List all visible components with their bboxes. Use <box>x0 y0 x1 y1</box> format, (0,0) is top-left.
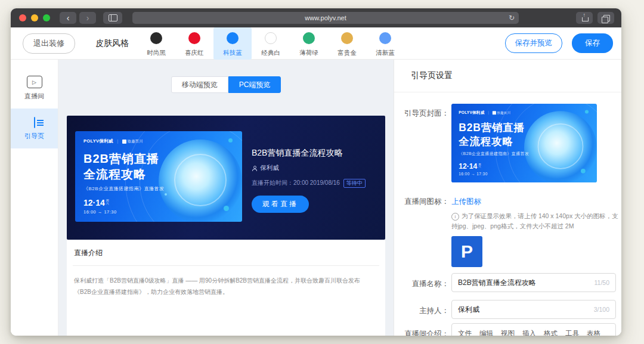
host-name: 保利威 <box>260 164 279 172</box>
page-body: ▷ 直播间 引导页 移动端预览 PC端预览 <box>11 60 621 336</box>
divider <box>73 265 379 266</box>
sidebar-item-live-room[interactable]: ▷ 直播间 <box>11 67 58 109</box>
room-icon-preview[interactable]: P <box>451 236 482 267</box>
editor-toolbar: 退出装修 皮肤风格 时尚黑 喜庆红 科技蓝 经典白 薄荷绿 <box>11 27 621 60</box>
editor-menu-insert[interactable]: 插入 <box>522 329 536 336</box>
dot-decoration <box>228 138 233 142</box>
save-and-preview-button[interactable]: 保存并预览 <box>505 33 563 53</box>
polyv-logo: POLYV保利威 <box>83 138 113 144</box>
sidebar-icon <box>109 14 117 21</box>
browser-nav: ‹ › <box>60 12 96 24</box>
banner-brand-row: POLYV保利威 ｜ 致趣百川 <box>83 138 143 144</box>
banner-date: 12·14周六 <box>83 198 110 207</box>
left-sidebar: ▷ 直播间 引导页 <box>11 60 58 336</box>
back-button[interactable]: ‹ <box>60 12 76 24</box>
guide-page-settings-panel: 引导页设置 引导页封面： POLYV保利威 ｜ 致趣百川 <box>394 60 621 336</box>
skin-swatch <box>379 32 391 44</box>
sidebar-item-guide-page[interactable]: 引导页 <box>11 109 58 148</box>
zoom-window-button[interactable] <box>43 14 50 21</box>
banner-title: B2B营销直播 全流程攻略 <box>83 151 159 182</box>
skin-option-fresh-blue[interactable]: 清新蓝 <box>366 27 404 60</box>
editor-menu-table[interactable]: 表格 <box>587 329 600 336</box>
divider <box>394 92 621 92</box>
exit-decoration-button[interactable]: 退出装修 <box>23 33 75 54</box>
intro-tab-label[interactable]: 直播介绍 <box>73 248 379 258</box>
titlebar-right-buttons <box>576 12 614 24</box>
skin-option-black[interactable]: 时尚黑 <box>137 27 175 60</box>
address-bar[interactable]: www.polyv.net ↻ <box>132 12 519 24</box>
skin-swatch <box>341 32 353 44</box>
partner-name: 致趣百川 <box>128 139 143 144</box>
live-intro-card: 直播介绍 保利威打造「B2B营销直播0级攻略」直播 —— 用90分钟拆解B2B营… <box>67 240 385 336</box>
live-room-icon: ▷ <box>27 76 42 88</box>
reload-icon[interactable]: ↻ <box>509 12 515 24</box>
skin-option-green[interactable]: 薄荷绿 <box>290 27 328 60</box>
room-intro-label: 直播间介绍： <box>394 329 449 336</box>
guide-page-banner: POLYV保利威 ｜ 致趣百川 B2B营销直播 全流程攻略 《B2B企业直播搭建… <box>67 116 385 240</box>
traffic-lights <box>19 14 50 21</box>
cover-thumbnail[interactable]: POLYV保利威 ｜ 致趣百川 B2B营销直播 全流程攻略 《B2B企业直播搭建… <box>451 104 597 182</box>
watch-live-button[interactable]: 观看直播 <box>252 196 309 213</box>
forward-button[interactable]: › <box>79 12 96 24</box>
room-intro-editor[interactable]: 文件 编辑 视图 插入 格式 工具 表格 <box>451 323 616 336</box>
url-text: www.polyv.net <box>305 14 346 21</box>
partner-logo-icon <box>492 111 496 114</box>
share-icon <box>581 14 588 21</box>
tab-pc-preview[interactable]: PC端预览 <box>228 76 281 93</box>
tab-overview-button[interactable] <box>597 12 614 24</box>
browser-window: ‹ › www.polyv.net ↻ 退出装修 皮肤风格 时尚黑 喜庆红 <box>11 8 621 336</box>
upload-icon-link[interactable]: 上传图标 <box>451 197 481 207</box>
save-button[interactable]: 保存 <box>572 33 613 53</box>
host-label: 主持人： <box>394 306 449 316</box>
editor-menu-tools[interactable]: 工具 <box>565 329 579 336</box>
live-title: B2B营销直播全流程攻略 <box>252 148 366 159</box>
dot-decoration <box>224 206 229 211</box>
share-button[interactable] <box>576 12 593 24</box>
live-start-row: 直播开始时间：20:00 2019/08/16 等待中 <box>252 179 366 188</box>
live-host-row: 保利威 <box>252 164 366 172</box>
status-badge: 等待中 <box>343 179 366 188</box>
skin-style-label: 皮肤风格 <box>95 38 129 49</box>
cover-thumbnail-image: POLYV保利威 ｜ 致趣百川 B2B营销直播 全流程攻略 《B2B企业直播搭建… <box>451 104 597 182</box>
skin-option-tech-blue[interactable]: 科技蓝 <box>213 27 252 60</box>
editor-menu-view[interactable]: 视图 <box>501 329 515 336</box>
skin-swatch <box>150 32 162 44</box>
sidebar-toggle-button[interactable] <box>103 12 122 24</box>
minimize-window-button[interactable] <box>31 14 38 21</box>
start-time-text: 直播开始时间：20:00 2019/08/16 <box>252 179 340 187</box>
browser-titlebar: ‹ › www.polyv.net ↻ <box>11 8 621 27</box>
dot-decoration <box>581 169 586 173</box>
tab-mobile-preview[interactable]: 移动端预览 <box>171 76 228 93</box>
banner-subtitle: 《B2B企业直播搭建指南》直播首发 <box>83 185 165 192</box>
editor-menu-format[interactable]: 格式 <box>544 329 558 336</box>
info-icon: i <box>451 213 459 221</box>
skin-swatch <box>303 32 315 44</box>
banner-time: 16:00 → 17:30 <box>83 209 117 215</box>
host-field: 3/100 <box>451 300 616 319</box>
dot-decoration <box>585 110 589 113</box>
room-icon-label: 直播间图标： <box>394 197 449 207</box>
disc-graphic <box>524 111 597 182</box>
polyv-logo: POLYV保利威 <box>459 110 484 115</box>
live-name-counter: 11/50 <box>595 279 610 286</box>
preview-area: 移动端预览 PC端预览 POLYV保利威 ｜ 致趣百川 <box>58 60 394 336</box>
disc-graphic <box>159 140 242 222</box>
skin-option-white[interactable]: 经典白 <box>252 27 290 60</box>
editor-menu-file[interactable]: 文件 <box>458 329 472 336</box>
cover-label: 引导页封面： <box>394 109 449 119</box>
live-name-input[interactable] <box>458 278 590 287</box>
host-counter: 3/100 <box>594 306 609 313</box>
close-window-button[interactable] <box>19 14 26 21</box>
skin-swatch <box>227 32 239 44</box>
skin-option-red[interactable]: 喜庆红 <box>175 27 213 60</box>
host-input[interactable] <box>458 305 589 314</box>
person-icon <box>252 166 257 171</box>
partner-logo-icon <box>122 140 126 144</box>
partner-name: 致趣百川 <box>497 110 510 115</box>
editor-menu-edit[interactable]: 编辑 <box>479 329 493 336</box>
live-info-panel: B2B营销直播全流程攻略 保利威 直播开始时间：20:00 2019/08/16… <box>252 148 366 213</box>
dot-decoration <box>165 193 167 196</box>
settings-title: 引导页设置 <box>411 70 453 81</box>
p-logo-letter: P <box>461 241 473 262</box>
skin-option-gold[interactable]: 富贵金 <box>328 27 366 60</box>
